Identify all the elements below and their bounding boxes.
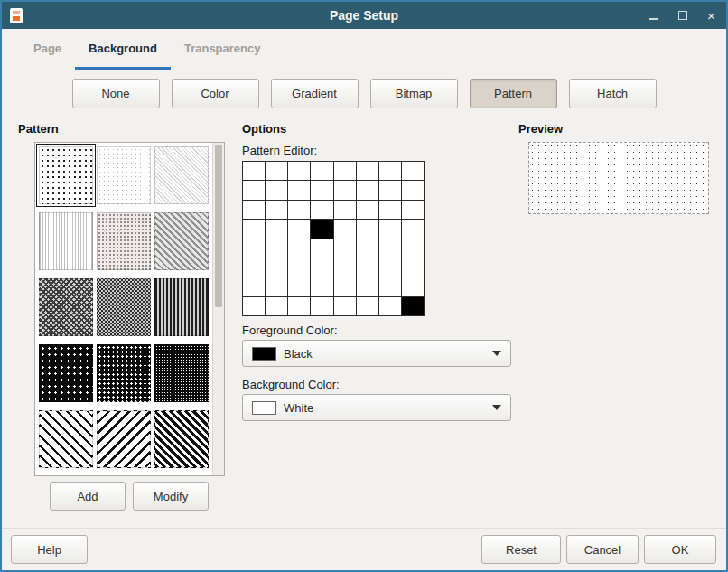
app-document-icon[interactable]	[10, 8, 23, 23]
minimize-button[interactable]	[647, 9, 660, 23]
editor-cell-r0c7[interactable]	[402, 162, 424, 180]
editor-cell-r7c3[interactable]	[311, 297, 332, 315]
editor-cell-r4c7[interactable]	[402, 239, 424, 258]
editor-cell-r1c6[interactable]	[379, 181, 401, 199]
pattern-swatch-diagonal-down-lines[interactable]	[97, 410, 151, 468]
editor-cell-r1c4[interactable]	[334, 181, 356, 199]
help-button[interactable]: Help	[11, 535, 88, 564]
fill-type-color-button[interactable]: Color	[172, 79, 259, 108]
editor-cell-r3c3[interactable]	[311, 220, 332, 238]
editor-cell-r5c1[interactable]	[266, 258, 287, 277]
pattern-swatch-diagonal-dense-lines[interactable]	[154, 410, 209, 468]
editor-cell-r6c1[interactable]	[266, 277, 287, 295]
editor-cell-r4c6[interactable]	[379, 239, 401, 258]
editor-cell-r7c1[interactable]	[266, 297, 287, 315]
editor-cell-r7c7[interactable]	[402, 297, 424, 315]
pattern-swatch-vertical-fine-light[interactable]	[39, 212, 93, 270]
pattern-swatch-black-dots-medium[interactable]	[97, 344, 151, 402]
editor-cell-r0c1[interactable]	[266, 162, 287, 180]
editor-cell-r5c3[interactable]	[311, 258, 332, 277]
pattern-swatch-vertical-dense-dark[interactable]	[154, 278, 209, 336]
editor-cell-r6c3[interactable]	[311, 277, 332, 295]
editor-cell-r7c4[interactable]	[334, 297, 356, 315]
editor-cell-r7c6[interactable]	[379, 297, 401, 315]
pattern-swatch-black-dots-sparse[interactable]	[39, 344, 93, 402]
editor-cell-r6c4[interactable]	[334, 277, 356, 295]
tab-background[interactable]: Background	[75, 29, 171, 70]
editor-cell-r4c1[interactable]	[266, 239, 287, 258]
editor-cell-r5c7[interactable]	[402, 258, 424, 277]
editor-cell-r2c7[interactable]	[402, 201, 424, 219]
editor-cell-r4c3[interactable]	[311, 239, 332, 258]
editor-cell-r2c2[interactable]	[288, 201, 310, 219]
tab-page[interactable]: Page	[20, 29, 75, 70]
background-color-dropdown[interactable]: White	[242, 394, 511, 421]
editor-cell-r0c4[interactable]	[334, 162, 356, 180]
editor-cell-r0c0[interactable]	[243, 162, 265, 180]
editor-cell-r5c5[interactable]	[357, 258, 378, 277]
editor-cell-r2c4[interactable]	[334, 201, 356, 219]
fill-type-none-button[interactable]: None	[72, 79, 160, 108]
pattern-swatch-black-dots-fine[interactable]	[154, 344, 209, 402]
editor-cell-r2c1[interactable]	[266, 201, 287, 219]
modify-button[interactable]: Modify	[133, 482, 209, 511]
editor-cell-r0c2[interactable]	[288, 162, 310, 180]
foreground-color-dropdown[interactable]: Black	[242, 340, 511, 367]
editor-cell-r2c6[interactable]	[379, 201, 401, 219]
editor-cell-r3c5[interactable]	[357, 220, 378, 238]
editor-cell-r1c1[interactable]	[266, 181, 287, 199]
editor-cell-r6c5[interactable]	[357, 277, 378, 295]
editor-cell-r7c0[interactable]	[243, 297, 265, 315]
editor-cell-r5c2[interactable]	[288, 258, 310, 277]
restore-button[interactable]	[676, 9, 689, 23]
pattern-swatch-diagonal-medium[interactable]	[154, 212, 209, 270]
editor-cell-r0c6[interactable]	[379, 162, 401, 180]
pattern-swatch-dots-sparse-dark[interactable]	[39, 146, 93, 204]
editor-cell-r2c3[interactable]	[311, 201, 332, 219]
pattern-swatch-dots-sparse-light[interactable]	[97, 146, 151, 204]
editor-cell-r3c4[interactable]	[334, 220, 356, 238]
cancel-button[interactable]: Cancel	[566, 535, 639, 564]
editor-cell-r5c6[interactable]	[379, 258, 401, 277]
editor-cell-r0c5[interactable]	[357, 162, 378, 180]
editor-cell-r6c0[interactable]	[243, 277, 265, 295]
editor-cell-r3c2[interactable]	[288, 220, 310, 238]
editor-cell-r2c5[interactable]	[357, 201, 378, 219]
editor-cell-r4c5[interactable]	[357, 239, 378, 258]
editor-cell-r0c3[interactable]	[311, 162, 332, 180]
editor-cell-r5c0[interactable]	[243, 258, 265, 277]
editor-cell-r3c6[interactable]	[379, 220, 401, 238]
editor-cell-r3c0[interactable]	[243, 220, 265, 238]
reset-button[interactable]: Reset	[481, 535, 561, 564]
editor-cell-r4c0[interactable]	[243, 239, 265, 258]
fill-type-hatch-button[interactable]: Hatch	[569, 79, 657, 108]
pattern-swatch-crosshatch-dense[interactable]	[39, 278, 93, 336]
editor-cell-r1c3[interactable]	[311, 181, 332, 199]
close-button[interactable]: ×	[705, 9, 718, 23]
fill-type-gradient-button[interactable]: Gradient	[271, 79, 359, 108]
pattern-list-scrollbar[interactable]	[212, 143, 224, 475]
pattern-swatch-diagonal-up-lines[interactable]	[39, 410, 93, 468]
editor-cell-r1c2[interactable]	[288, 181, 310, 199]
fill-type-pattern-button[interactable]: Pattern	[470, 79, 557, 108]
ok-button[interactable]: OK	[644, 535, 716, 564]
add-button[interactable]: Add	[50, 482, 126, 511]
editor-cell-r1c5[interactable]	[357, 181, 378, 199]
fill-type-bitmap-button[interactable]: Bitmap	[370, 79, 458, 108]
editor-cell-r4c2[interactable]	[288, 239, 310, 258]
editor-cell-r3c7[interactable]	[402, 220, 424, 238]
editor-cell-r3c1[interactable]	[266, 220, 287, 238]
tab-transparency[interactable]: Transparency	[171, 29, 275, 70]
scrollbar-thumb[interactable]	[215, 145, 222, 307]
editor-cell-r6c2[interactable]	[288, 277, 310, 295]
editor-cell-r7c2[interactable]	[288, 297, 310, 315]
pattern-swatch-checker-dense[interactable]	[97, 278, 151, 336]
editor-cell-r6c7[interactable]	[402, 277, 424, 295]
editor-cell-r5c4[interactable]	[334, 258, 356, 277]
editor-cell-r1c7[interactable]	[402, 181, 424, 199]
editor-cell-r7c5[interactable]	[357, 297, 378, 315]
editor-cell-r1c0[interactable]	[243, 181, 265, 199]
editor-cell-r4c4[interactable]	[334, 239, 356, 258]
pattern-swatch-dots-medium[interactable]	[97, 212, 151, 270]
editor-cell-r6c6[interactable]	[379, 277, 401, 295]
